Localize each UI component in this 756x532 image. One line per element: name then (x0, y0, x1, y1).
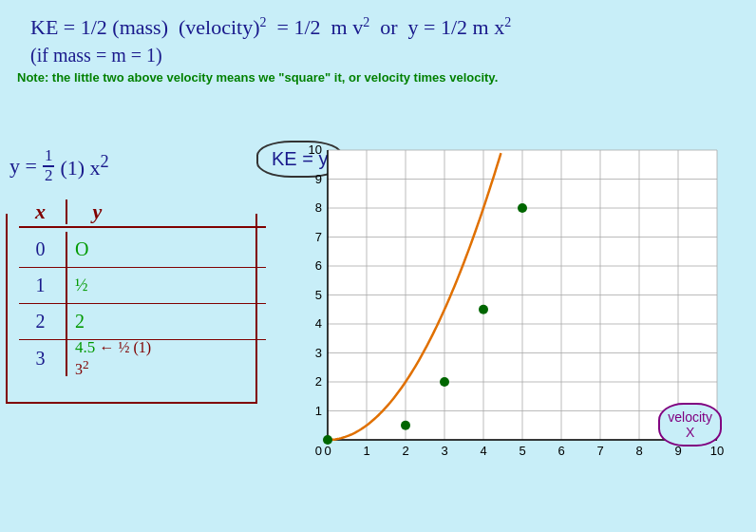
velocity-label: velocity X (658, 403, 722, 446)
velocity-text: velocity (668, 409, 712, 425)
paren-expr: (1) x2 (60, 152, 108, 180)
fraction: 1 2 (43, 147, 55, 184)
top-equation: KE = 1/2 (mass) (velocity)2 = 1/2 m v2 o… (30, 13, 745, 43)
if-mass-line: (if mass = m = 1) (30, 45, 745, 66)
y-equation: y = 1 2 (1) x2 (9, 147, 266, 184)
or-text: or (380, 15, 397, 39)
note-text: Note: the little two above velocity mean… (17, 70, 498, 85)
main-container: KE = 1/2 (mass) (velocity)2 = 1/2 m v2 o… (0, 0, 756, 532)
fraction-denominator: 2 (43, 167, 55, 185)
fraction-numerator: 1 (43, 147, 55, 167)
note-line: Note: the little two above velocity mean… (17, 70, 745, 85)
x-sub-text: X (686, 425, 694, 440)
table-border-box (6, 214, 257, 404)
y-eq-label: y = (9, 154, 37, 179)
graph-container: velocity X (285, 141, 731, 483)
if-mass-text: (if mass = m = 1) (30, 45, 162, 66)
